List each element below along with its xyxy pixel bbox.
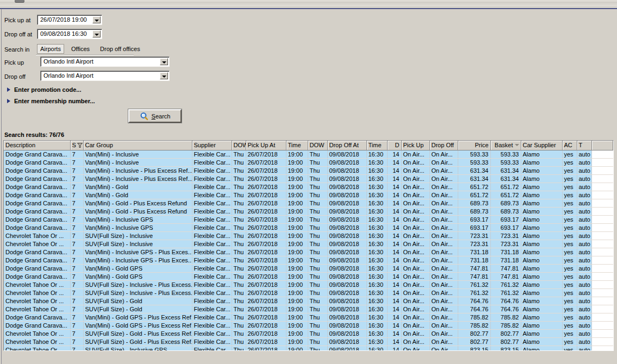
table-row[interactable]: Chevrolet Tahoe Or ...7SUV(Full Size) - …: [4, 240, 613, 248]
cell-time-pickup[interactable]: 19:00: [286, 329, 308, 337]
cell-dow-dropoff[interactable]: Thu: [308, 166, 327, 174]
cell-dow-dropoff[interactable]: Thu: [308, 150, 327, 158]
cell-dow-dropoff[interactable]: Thu: [308, 346, 327, 351]
cell-drop-off-at[interactable]: 09/08/2018: [327, 288, 366, 297]
cell-dow-pickup[interactable]: Thu: [232, 337, 246, 346]
cell-d[interactable]: 14: [387, 264, 401, 272]
table-row[interactable]: Chevrolet Tahoe Or ...7SUV(Full Size) - …: [4, 337, 613, 346]
cell-d[interactable]: 14: [387, 166, 401, 174]
column-header-pick-up[interactable]: Pick Up: [401, 141, 429, 150]
cell-s[interactable]: 7: [70, 183, 83, 191]
cell-dow-dropoff[interactable]: Thu: [308, 191, 327, 199]
cell-d[interactable]: 14: [387, 248, 401, 256]
cell-pick-up[interactable]: On Air...: [401, 329, 429, 337]
cell-pick-up-at[interactable]: 26/07/2018: [246, 280, 286, 288]
cell-basket[interactable]: 747.81: [490, 272, 521, 280]
cell-pick-up-at[interactable]: 26/07/2018: [246, 166, 286, 174]
cell-t[interactable]: auto: [577, 305, 591, 313]
cell-ac[interactable]: yes: [562, 248, 577, 256]
cell-basket[interactable]: 802.77: [490, 337, 521, 346]
cell-car-group[interactable]: SUV(Full Size) - Inclusive: [83, 231, 192, 240]
cell-time-pickup[interactable]: 19:00: [286, 183, 308, 191]
table-row[interactable]: Dodge Grand Carava...7Van(Mini) - GoldFl…: [4, 191, 613, 199]
cell-ac[interactable]: yes: [562, 337, 577, 346]
cell-dow-dropoff[interactable]: Thu: [308, 329, 327, 337]
cell-dow-dropoff[interactable]: Thu: [308, 158, 327, 166]
cell-pick-up-at[interactable]: 26/07/2018: [246, 191, 286, 199]
cell-supplier[interactable]: Flexible Car...: [192, 321, 232, 329]
cell-car-supplier[interactable]: Alamo: [521, 215, 562, 223]
cell-basket[interactable]: 593.33: [490, 150, 521, 158]
cell-pick-up[interactable]: On Air...: [401, 305, 429, 313]
cell-car-supplier[interactable]: Alamo: [521, 305, 562, 313]
cell-car-supplier[interactable]: Alamo: [521, 321, 562, 329]
cell-description[interactable]: Chevrolet Tahoe Or ...: [4, 329, 70, 337]
cell-car-group[interactable]: Van(Mini) - Gold GPS - Plus Excess Ref..…: [83, 321, 192, 329]
cell-car-group[interactable]: Van(Mini) - Inclusive: [83, 150, 192, 158]
table-row[interactable]: Dodge Grand Carava...7Van(Mini) - Gold G…: [4, 272, 613, 280]
cell-pick-up-at[interactable]: 26/07/2018: [246, 183, 286, 191]
cell-time-dropoff[interactable]: 16:30: [366, 231, 387, 240]
cell-drop-off-at[interactable]: 09/08/2018: [327, 223, 366, 231]
cell-car-group[interactable]: Van(Mini) - Inclusive: [83, 158, 192, 166]
cell-price[interactable]: 631.34: [458, 174, 490, 183]
cell-car-supplier[interactable]: Alamo: [521, 223, 562, 231]
cell-time-dropoff[interactable]: 16:30: [366, 256, 387, 264]
cell-d[interactable]: 14: [387, 321, 401, 329]
cell-description[interactable]: Dodge Grand Carava...: [4, 264, 70, 272]
cell-t[interactable]: auto: [577, 199, 591, 207]
cell-car-group[interactable]: Van(Mini) - Gold GPS: [83, 264, 192, 272]
cell-t[interactable]: auto: [577, 346, 591, 351]
cell-t[interactable]: auto: [577, 297, 591, 305]
cell-pick-up[interactable]: On Air...: [401, 207, 429, 215]
cell-pick-up[interactable]: On Air...: [401, 223, 429, 231]
cell-price[interactable]: 802.77: [458, 329, 490, 337]
cell-drop-off[interactable]: On Air...: [429, 207, 458, 215]
cell-s[interactable]: 7: [70, 305, 83, 313]
cell-car-group[interactable]: Van(Mini) - Inclusive GPS: [83, 223, 192, 231]
cell-d[interactable]: 14: [387, 150, 401, 158]
cell-pick-up[interactable]: On Air...: [401, 272, 429, 280]
column-header-time-pickup[interactable]: Time: [286, 141, 308, 150]
column-header-d[interactable]: D: [387, 141, 401, 150]
cell-ac[interactable]: yes: [562, 207, 577, 215]
column-header-basket[interactable]: Basket: [490, 141, 521, 150]
cell-basket[interactable]: 689.73: [490, 199, 521, 207]
results-table[interactable]: DescriptionSCar GroupSupplierDOWPick Up …: [3, 140, 614, 351]
cell-pick-up[interactable]: On Air...: [401, 166, 429, 174]
cell-dow-pickup[interactable]: Thu: [232, 272, 246, 280]
cell-s[interactable]: 7: [70, 223, 83, 231]
cell-car-supplier[interactable]: Alamo: [521, 183, 562, 191]
column-header-dow-dropoff[interactable]: DOW: [308, 141, 327, 150]
cell-ac[interactable]: yes: [562, 174, 577, 183]
cell-drop-off-at[interactable]: 09/08/2018: [327, 174, 366, 183]
column-header-car-supplier[interactable]: Car Supplier: [521, 141, 562, 150]
cell-pick-up[interactable]: On Air...: [401, 150, 429, 158]
promotion-code-expander[interactable]: Enter promotion code...: [7, 86, 81, 93]
cell-time-pickup[interactable]: 19:00: [286, 231, 308, 240]
table-row[interactable]: Dodge Grand Carava...7Van(Mini) - Inclus…: [4, 215, 613, 223]
cell-t[interactable]: auto: [577, 329, 591, 337]
cell-drop-off-at[interactable]: 09/08/2018: [327, 183, 366, 191]
cell-s[interactable]: 7: [70, 199, 83, 207]
cell-basket[interactable]: 651.72: [490, 183, 521, 191]
cell-drop-off-at[interactable]: 09/08/2018: [327, 240, 366, 248]
cell-description[interactable]: Chevrolet Tahoe Or ...: [4, 240, 70, 248]
cell-car-supplier[interactable]: Alamo: [521, 280, 562, 288]
cell-supplier[interactable]: Flexible Car...: [192, 329, 232, 337]
cell-dow-pickup[interactable]: Thu: [232, 215, 246, 223]
cell-pick-up-at[interactable]: 26/07/2018: [246, 240, 286, 248]
cell-t[interactable]: auto: [577, 174, 591, 183]
cell-price[interactable]: 593.33: [458, 158, 490, 166]
cell-drop-off[interactable]: On Air...: [429, 240, 458, 248]
cell-pick-up[interactable]: On Air...: [401, 288, 429, 297]
cell-time-dropoff[interactable]: 16:30: [366, 191, 387, 199]
cell-supplier[interactable]: Flexible Car...: [192, 231, 232, 240]
cell-time-dropoff[interactable]: 16:30: [366, 272, 387, 280]
cell-description[interactable]: Chevrolet Tahoe Or ...: [4, 337, 70, 346]
cell-dow-pickup[interactable]: Thu: [232, 150, 246, 158]
cell-supplier[interactable]: Flexible Car...: [192, 183, 232, 191]
cell-drop-off[interactable]: On Air...: [429, 329, 458, 337]
cell-time-pickup[interactable]: 19:00: [286, 199, 308, 207]
cell-drop-off-at[interactable]: 09/08/2018: [327, 329, 366, 337]
